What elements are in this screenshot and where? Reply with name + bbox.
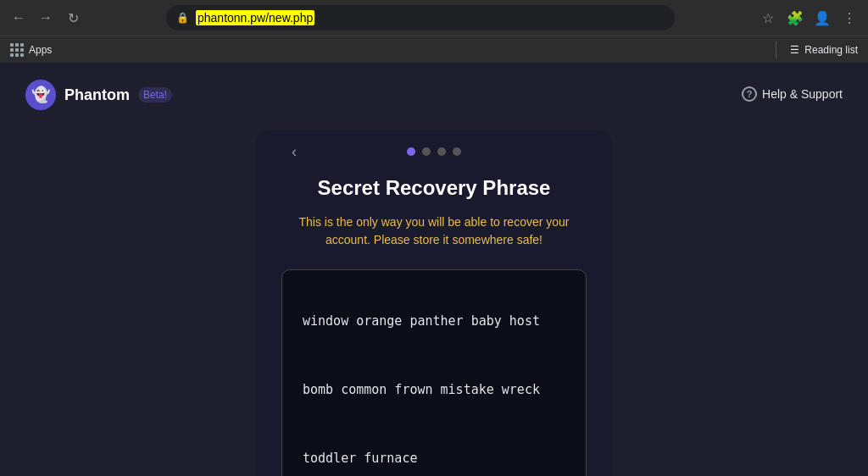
phrase-text: window orange panther baby host bomb com…	[303, 287, 565, 470]
stepper-dot-3	[437, 147, 446, 156]
back-button[interactable]: ←	[7, 6, 31, 30]
browser-toolbar: ← → ↻ 🔒 phantonn.pw/new.php ☆ 🧩 👤 ⋮	[0, 0, 868, 36]
phantom-beta-badge: Beta!	[138, 87, 172, 102]
lock-icon: 🔒	[176, 12, 189, 24]
back-step-button[interactable]: ‹	[281, 139, 307, 164]
profile-button[interactable]: 👤	[810, 6, 834, 30]
phantom-logo: 👻	[25, 80, 56, 110]
bookmarks-divider	[776, 42, 776, 58]
address-highlighted: phantonn.pw/new.php	[196, 10, 314, 25]
reading-list-label: Reading list	[804, 44, 858, 56]
menu-button[interactable]: ⋮	[837, 6, 861, 30]
address-bar[interactable]: 🔒 phantonn.pw/new.php	[166, 5, 675, 30]
apps-label: Apps	[29, 44, 52, 56]
page-content: 👻 Phantom Beta! ? Help & Support ‹ Secre…	[0, 63, 868, 476]
extensions-button[interactable]: 🧩	[783, 6, 807, 30]
help-support-button[interactable]: ? Help & Support	[742, 86, 843, 102]
star-button[interactable]: ☆	[756, 6, 780, 30]
phantom-header: 👻 Phantom Beta!	[25, 80, 172, 110]
forward-button[interactable]: →	[34, 6, 58, 30]
reading-list-icon: ☰	[790, 44, 799, 56]
stepper-dots	[407, 147, 461, 156]
reload-button[interactable]: ↻	[61, 6, 85, 30]
stepper-dot-4	[453, 147, 461, 156]
browser-chrome: ← → ↻ 🔒 phantonn.pw/new.php ☆ 🧩 👤 ⋮	[0, 0, 868, 63]
help-icon: ?	[742, 86, 757, 102]
toolbar-right: ☆ 🧩 👤 ⋮	[756, 6, 861, 30]
phantom-name: Phantom	[64, 86, 130, 104]
card-warning: This is the only way you will be able to…	[281, 213, 587, 249]
stepper-dot-2	[422, 147, 431, 156]
reading-list-button[interactable]: ☰ Reading list	[790, 44, 858, 56]
card-title: Secret Recovery Phrase	[318, 176, 551, 200]
nav-buttons: ← → ↻	[7, 6, 85, 30]
phantom-logo-icon: 👻	[31, 86, 50, 104]
stepper-dot-1	[407, 147, 415, 156]
stepper: ‹	[281, 147, 587, 156]
recovery-phrase-card: ‹ Secret Recovery Phrase This is the onl…	[256, 130, 612, 476]
phrase-box: window orange panther baby host bomb com…	[281, 269, 587, 476]
address-text: phantonn.pw/new.php	[196, 11, 665, 25]
apps-grid-icon	[10, 43, 24, 57]
bookmarks-bar: Apps ☰ Reading list	[0, 36, 868, 63]
apps-button[interactable]: Apps	[10, 43, 52, 57]
help-support-label: Help & Support	[762, 87, 843, 101]
